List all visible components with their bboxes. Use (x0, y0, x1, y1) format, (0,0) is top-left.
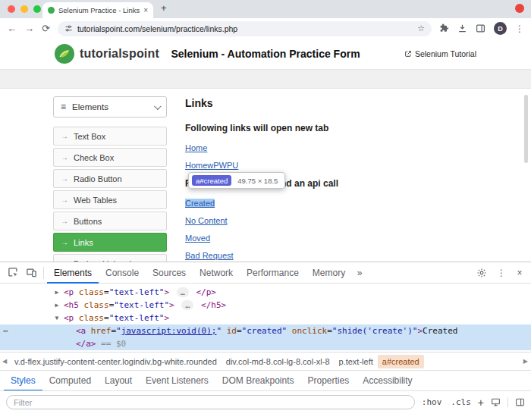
code-token-link: javascript:void(0); (121, 326, 217, 336)
site-settings-icon[interactable] (64, 24, 73, 33)
sidebar-item-radio-button[interactable]: →Radio Button (53, 169, 167, 188)
devtools-tab-console[interactable]: Console (99, 262, 146, 284)
styles-tab-properties[interactable]: Properties (301, 371, 357, 391)
device-toolbar-icon[interactable] (22, 264, 40, 282)
code-token-tag: > (164, 287, 174, 297)
state-toggles: :hov.cls (422, 397, 471, 407)
sidebar-item-label: Text Box (74, 132, 105, 141)
toggle-cls[interactable]: .cls (451, 397, 471, 407)
sidebar-item-label: Broken Links - Image (74, 259, 152, 262)
dom-tree: ▶<p class="text-left"> … </p>▶<h5 class=… (0, 284, 531, 352)
toggle-sidebar-icon[interactable] (507, 397, 525, 407)
new-tab-button[interactable]: + (161, 3, 167, 14)
collapse-arrow-icon[interactable]: ▼ (52, 312, 61, 324)
devtools-tab-performance[interactable]: Performance (240, 262, 306, 284)
styles-filter-input[interactable] (6, 395, 415, 409)
close-window-button[interactable] (8, 5, 15, 13)
arrow-icon: → (61, 259, 68, 262)
toggle-hov[interactable]: :hov (422, 397, 442, 407)
tab-close-icon[interactable]: × (143, 6, 148, 14)
url-bar[interactable]: tutorialspoint.com/selenium/practice/lin… (58, 21, 432, 36)
dom-node-line[interactable]: ⋯<a href="javascript:void(0);" id="creat… (0, 324, 531, 337)
rendering-emulation-icon[interactable] (491, 397, 501, 407)
page-title: Selenium - Automation Practice Form (171, 48, 360, 60)
page-link-moved[interactable]: Moved (185, 234, 210, 243)
breadcrumb-a-created[interactable]: a#created (378, 355, 424, 368)
inspect-element-icon[interactable] (4, 264, 22, 282)
devtools-settings-icon[interactable] (473, 264, 491, 282)
code-token-muted: == $0 (96, 339, 127, 349)
devtools-panel: ElementsConsoleSourcesNetworkPerformance… (0, 262, 531, 420)
page-scrollbar[interactable] (524, 95, 528, 163)
browser-tab[interactable]: Selenium Practice - Links × (42, 2, 153, 18)
crumb-scroll-left-icon[interactable]: ◀ (2, 358, 7, 365)
dom-node-line[interactable]: ▶<p class="text-left"> … </p> (0, 286, 531, 299)
devtools-tab-elements[interactable]: Elements (47, 262, 99, 284)
side-panel-icon[interactable] (476, 24, 485, 33)
dom-node-line[interactable]: ▶<h5 class="text-left"> … </h5> (0, 299, 531, 312)
page-link-homewpwpu[interactable]: HomewPWPU (185, 161, 238, 170)
new-style-rule-button[interactable]: + (478, 397, 484, 408)
code-token-tag: <h5 (64, 300, 79, 310)
code-token-val: " (116, 326, 121, 336)
styles-tab-dom-breakpoints[interactable]: DOM Breakpoints (215, 371, 301, 391)
devtools-tab-sources[interactable]: Sources (146, 262, 193, 284)
node-more-actions-icon[interactable]: ⋯ (3, 324, 9, 337)
back-button[interactable]: ← (7, 24, 17, 34)
sidebar-item-links[interactable]: →Links (53, 233, 167, 252)
styles-tab-event-listeners[interactable]: Event Listeners (139, 371, 215, 391)
devtools-tab-memory[interactable]: Memory (306, 262, 352, 284)
crumb-scroll-right-icon[interactable]: ▶ (523, 358, 528, 365)
sidebar-item-check-box[interactable]: →Check Box (53, 148, 167, 167)
new-tab-links: HomeHomewPWPU (185, 143, 478, 170)
code-token-attr: onclick (287, 326, 327, 336)
bookmark-star-icon[interactable]: ☆ (417, 24, 425, 33)
extensions-icon[interactable] (439, 24, 449, 33)
minimize-window-button[interactable] (20, 5, 28, 13)
devtools-menu-icon[interactable]: ⋮ (494, 268, 509, 278)
styles-tab-computed[interactable]: Computed (42, 371, 98, 391)
code-token-tag: <a (76, 326, 86, 336)
tab-strip: Selenium Practice - Links × + (0, 0, 531, 18)
reload-button[interactable]: ⟳ (42, 24, 50, 34)
sidebar-item-text-box[interactable]: →Text Box (53, 127, 167, 146)
sidebar-item-web-tables[interactable]: →Web Tables (53, 190, 167, 209)
page-link-bad-request[interactable]: Bad Request (185, 251, 234, 260)
dom-node-line[interactable]: ▼<p class="text-left"> (0, 312, 531, 324)
code-token-tag: > (164, 313, 169, 323)
selenium-tutorial-link[interactable]: Selenium Tutorial (404, 49, 476, 58)
toolbar-actions: D ⋮ (439, 22, 524, 35)
arrow-icon: → (61, 153, 68, 161)
elements-dropdown[interactable]: ≡ Elements (53, 96, 167, 118)
download-icon[interactable] (457, 24, 467, 33)
expand-arrow-icon[interactable]: ▶ (52, 286, 61, 299)
breadcrumb-v-d-flex-justify-content-center-logindiv-bg-white-rounded[interactable]: v.d-flex.justify-content-center.logindiv… (10, 355, 222, 368)
sidebar-item-broken-links-image[interactable]: →Broken Links - Image (53, 254, 167, 262)
page-link-home[interactable]: Home (185, 143, 207, 152)
profile-avatar[interactable]: D (494, 22, 507, 35)
dom-node-line[interactable]: </a> == $0 (0, 337, 531, 350)
url-text[interactable]: tutorialspoint.com/selenium/practice/lin… (77, 24, 413, 33)
breadcrumb-p-text-left[interactable]: p.text-left (335, 355, 378, 368)
code-token-punct: = (104, 313, 109, 323)
profile-badge-icon[interactable] (515, 4, 524, 13)
more-tabs-icon[interactable]: » (352, 268, 367, 278)
expand-arrow-icon[interactable]: ▶ (52, 299, 61, 312)
code-token-attr: id (222, 326, 237, 336)
code-token-attr: href (86, 326, 111, 336)
devtools-tab-network[interactable]: Network (193, 262, 240, 284)
maximize-window-button[interactable] (33, 5, 41, 13)
divider (43, 267, 44, 279)
sidebar-item-buttons[interactable]: →Buttons (53, 212, 167, 230)
external-link-icon (404, 50, 412, 58)
styles-tab-layout[interactable]: Layout (98, 371, 139, 391)
styles-tab-styles[interactable]: Styles (4, 371, 42, 391)
browser-menu-icon[interactable]: ⋮ (515, 24, 524, 34)
page-link-no-content[interactable]: No Content (185, 216, 228, 225)
forward-button[interactable]: → (24, 24, 34, 34)
styles-tab-accessibility[interactable]: Accessibility (356, 371, 419, 391)
page-link-created[interactable]: Created (185, 199, 215, 208)
site-logo[interactable]: tutorialspoint (55, 44, 159, 64)
breadcrumb-div-col-md-8-col-lg-8-col-xl-8[interactable]: div.col-md-8.col-lg-8.col-xl-8 (222, 355, 335, 368)
devtools-close-icon[interactable]: × (512, 268, 527, 278)
